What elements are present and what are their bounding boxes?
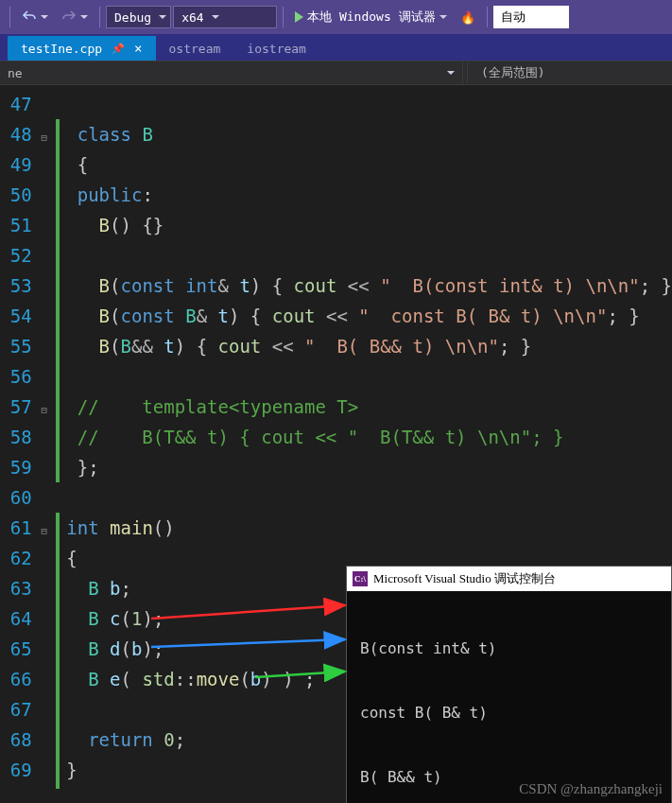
- line-number-gutter: 4748495051525354555657585960616263646566…: [0, 85, 40, 803]
- auto-field[interactable]: 自动: [493, 6, 569, 28]
- redo-icon: [61, 9, 77, 26]
- line-number: 61: [0, 513, 32, 543]
- tab-label: testIne.cpp: [21, 42, 102, 56]
- code-line: B() {}: [66, 210, 672, 240]
- code-line: // template<typename T>: [66, 392, 672, 422]
- console-title: Microsoft Visual Studio 调试控制台: [373, 570, 556, 587]
- line-number: 62: [0, 543, 32, 573]
- fold-minus-icon[interactable]: ⊟: [42, 516, 48, 547]
- nav-right-value: (全局范围): [481, 65, 545, 79]
- dropdown-caret-icon: [80, 15, 88, 19]
- platform-dropdown[interactable]: x64: [173, 6, 277, 28]
- nav-left-value: ne: [8, 66, 23, 80]
- tab-testine[interactable]: testIne.cpp 📌 ×: [8, 36, 156, 61]
- line-number: 64: [0, 603, 32, 634]
- start-debug-label: 本地 Windows 调试器: [307, 9, 435, 26]
- play-icon: [295, 11, 303, 23]
- code-line: [66, 361, 672, 392]
- toolbar-separator: [99, 7, 100, 27]
- line-number: 60: [0, 482, 32, 513]
- toolbar-separator: [283, 7, 284, 27]
- code-line: {: [66, 149, 672, 180]
- dropdown-caret-icon: [212, 15, 219, 19]
- close-icon[interactable]: ×: [134, 41, 142, 56]
- watermark: CSDN @zhangzhangkeji: [519, 781, 663, 797]
- line-number: 59: [0, 452, 32, 482]
- pin-icon[interactable]: 📌: [112, 43, 125, 55]
- line-number: 56: [0, 361, 32, 392]
- vs-console-icon: C:\: [353, 571, 368, 586]
- console-titlebar[interactable]: C:\ Microsoft Visual Studio 调试控制台: [347, 567, 671, 591]
- dropdown-caret-icon: [41, 15, 48, 19]
- code-line: // B(T&& t) { cout << " B(T&& t) \n\n"; …: [66, 422, 672, 452]
- line-number: 49: [0, 149, 32, 180]
- code-line: };: [66, 452, 672, 482]
- change-marker: [56, 513, 60, 789]
- tab-row: testIne.cpp 📌 × ostream iostream: [0, 34, 672, 61]
- code-line: public:: [66, 180, 672, 210]
- line-number: 50: [0, 180, 32, 210]
- line-number: 55: [0, 331, 32, 361]
- fold-minus-icon[interactable]: ⊟: [42, 395, 48, 426]
- start-debug-button[interactable]: 本地 Windows 调试器: [289, 4, 452, 30]
- nav-scope-dropdown[interactable]: ne: [0, 61, 463, 84]
- nav-separator: [467, 62, 468, 83]
- redo-split[interactable]: [56, 4, 94, 30]
- toolbar-separator: [9, 7, 10, 27]
- line-number: 52: [0, 240, 32, 271]
- auto-value: 自动: [501, 9, 526, 26]
- line-number: 66: [0, 664, 32, 694]
- code-line: class B: [66, 119, 672, 149]
- config-value: Debug: [114, 10, 151, 25]
- platform-value: x64: [181, 10, 203, 25]
- fold-minus-icon[interactable]: ⊟: [42, 123, 48, 153]
- code-line: B(B&& t) { cout << " B( B&& t) \n\n"; }: [66, 331, 672, 361]
- line-number: 69: [0, 755, 32, 785]
- line-number: 53: [0, 271, 32, 301]
- tab-iostream[interactable]: iostream: [233, 36, 319, 61]
- change-marker: [56, 119, 60, 482]
- line-number: 54: [0, 301, 32, 331]
- line-number: 47: [0, 89, 32, 119]
- toolbar-separator: [487, 7, 488, 27]
- undo-split[interactable]: [16, 4, 54, 30]
- toolbar: Debug x64 本地 Windows 调试器 🔥 自动: [0, 0, 672, 34]
- tab-label: iostream: [247, 42, 306, 56]
- config-dropdown[interactable]: Debug: [106, 6, 171, 28]
- line-number: 57: [0, 392, 32, 422]
- tab-label: ostream: [169, 42, 221, 56]
- code-line: B(const B& t) { cout << " const B( B& t)…: [66, 301, 672, 331]
- undo-icon: [22, 9, 37, 26]
- dropdown-caret-icon: [439, 15, 447, 19]
- code-line: B(const int& t) { cout << " B(const int&…: [66, 271, 672, 301]
- dropdown-caret-icon: [447, 71, 455, 75]
- line-number: 58: [0, 422, 32, 452]
- nav-right-dropdown[interactable]: (全局范围): [472, 64, 672, 81]
- code-line: int main(): [66, 513, 672, 543]
- code-line: [66, 482, 672, 513]
- line-number: 65: [0, 634, 32, 664]
- tab-ostream[interactable]: ostream: [156, 36, 234, 61]
- line-number: 68: [0, 724, 32, 755]
- line-number: 63: [0, 573, 32, 603]
- code-line: [66, 89, 672, 119]
- nav-row: ne (全局范围): [0, 61, 672, 85]
- code-line: [66, 240, 672, 271]
- line-number: 48: [0, 119, 32, 149]
- line-number: 67: [0, 694, 32, 724]
- console-output: B(const int& t) const B( B& t) B( B&& t): [347, 591, 671, 803]
- line-number: 51: [0, 210, 32, 240]
- flame-icon[interactable]: 🔥: [455, 4, 481, 30]
- debug-console-window[interactable]: C:\ Microsoft Visual Studio 调试控制台 B(cons…: [346, 566, 672, 803]
- fold-column: ⊟ ⊟ ⊟: [40, 85, 57, 803]
- dropdown-caret-icon: [159, 15, 166, 19]
